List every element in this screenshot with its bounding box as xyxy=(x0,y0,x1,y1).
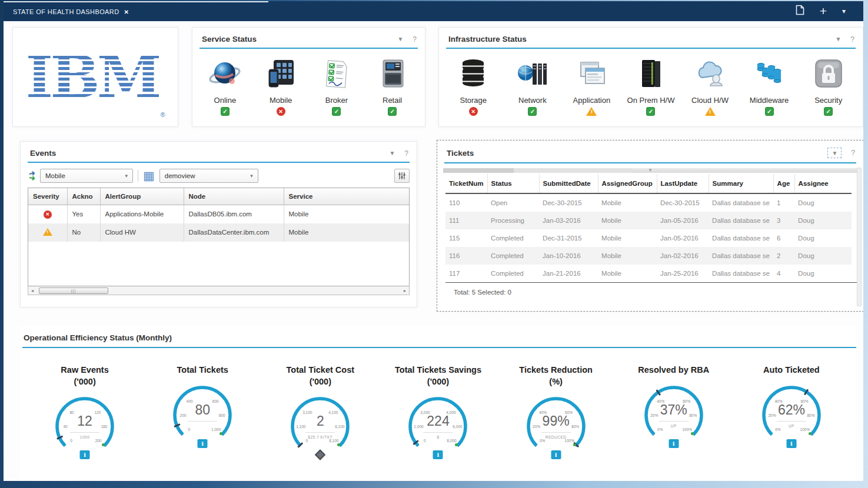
table-row[interactable]: 110OpenDec-30-2015MobileDec-30-2015Dalla… xyxy=(445,193,852,212)
gauge-tickets-reduction[interactable]: Tickets Reduction(%) 0%20%40%60%80%100% … xyxy=(506,365,606,457)
severity-warning-icon xyxy=(43,228,52,236)
column-header[interactable]: Service xyxy=(284,188,409,205)
help-icon[interactable]: ? xyxy=(413,35,417,44)
gauge-raw-events[interactable]: Raw Events('000) 04080120160200 12 1000 xyxy=(35,365,135,457)
event-filter-select[interactable]: Mobile ▾ xyxy=(40,169,133,183)
table-row[interactable]: No Cloud HW DallasDataCenter.ibm.com Mob… xyxy=(28,223,409,242)
tab-close-icon[interactable]: ✕ xyxy=(124,9,129,15)
cloud-icon xyxy=(694,55,727,93)
cell-group: Mobile xyxy=(598,265,657,282)
infra-item-storage[interactable]: Storage xyxy=(445,55,501,116)
infra-item-security[interactable]: Security xyxy=(800,55,857,116)
column-header[interactable]: Age xyxy=(773,174,794,193)
infra-item-application[interactable]: Application xyxy=(563,55,620,116)
tickets-header-row: TicketNum Status SubmittedDate AssignedG… xyxy=(445,174,852,193)
vertical-scrollbar[interactable] xyxy=(857,168,862,306)
table-row[interactable]: 116CompletedJan-10-2016MobileJan-02-2016… xyxy=(445,247,852,265)
add-tab-button[interactable]: + xyxy=(820,4,827,18)
infra-item-onprem[interactable]: On Prem H/W xyxy=(623,55,679,116)
cell-age: 3 xyxy=(773,212,794,229)
scroll-right-icon[interactable]: ▸ xyxy=(401,288,409,293)
service-label: Retail xyxy=(383,96,402,105)
help-icon[interactable]: ? xyxy=(850,35,854,44)
cell-status: Completed xyxy=(487,265,539,282)
chevron-down-icon: ▾ xyxy=(250,173,253,179)
panel-menu-caret-icon[interactable]: ▼ xyxy=(397,36,403,42)
gauge-tickets-savings[interactable]: Total Tickets Savings('000) 01,0003,0004… xyxy=(388,365,488,457)
infra-item-middleware[interactable]: Middleware xyxy=(741,55,797,116)
table-row[interactable]: 117CompletedJan-21-2016MobileJan-25-2016… xyxy=(445,265,852,282)
infra-label: Cloud H/W xyxy=(691,96,729,105)
gauge-end-dot xyxy=(809,432,812,435)
help-icon[interactable]: ? xyxy=(404,149,408,158)
column-header[interactable]: AlertGroup xyxy=(100,188,184,205)
cell-submitted: Jan-03-2016 xyxy=(539,212,598,229)
column-header[interactable]: Ackno xyxy=(67,188,100,205)
cell-alertgroup: Cloud HW xyxy=(100,223,184,242)
cell-status: Open xyxy=(487,193,539,212)
column-header[interactable]: TicketNum xyxy=(445,174,487,193)
panel-menu-caret-icon[interactable]: ▼ xyxy=(389,150,395,156)
gauge-title: Auto Ticketed xyxy=(763,365,820,375)
gauge-title: Tickets Reduction xyxy=(519,365,593,375)
tab-menu-caret-icon[interactable]: ▾ xyxy=(842,7,846,15)
cell-summary: Dallas database se xyxy=(709,247,773,265)
info-icon[interactable] xyxy=(786,439,796,448)
service-item-broker[interactable]: Broker xyxy=(309,55,365,116)
tab-state-of-health[interactable]: STATE OF HEALTH DASHBOARD ✕ xyxy=(4,1,268,21)
status-badge xyxy=(221,107,230,116)
column-header[interactable]: AssignedGroup xyxy=(598,174,657,193)
event-view-select[interactable]: demoview ▾ xyxy=(159,169,258,183)
info-icon[interactable] xyxy=(433,450,443,459)
service-label: Mobile xyxy=(270,96,292,105)
info-icon[interactable] xyxy=(551,450,561,459)
gauge-resolved-rba[interactable]: Resolved by RBA 0%20%40%60%80%100% 37% U… xyxy=(624,365,724,457)
grid-view-icon[interactable]: ▦ xyxy=(143,170,155,182)
info-icon[interactable] xyxy=(198,439,208,448)
panel-title: Tickets xyxy=(447,149,474,158)
panel-menu-focus[interactable]: ▼ xyxy=(827,148,842,158)
gauge-ticket-cost[interactable]: Total Ticket Cost('000) 01,1003,1004,100… xyxy=(270,365,370,457)
cell-ticketnum: 115 xyxy=(445,229,487,247)
table-row[interactable]: 115CompletedDec-31-2015MobileJan-05-2016… xyxy=(445,229,852,247)
service-item-mobile[interactable]: Mobile xyxy=(253,55,309,116)
lock-icon xyxy=(812,55,845,93)
column-header[interactable]: Assignee xyxy=(794,174,852,193)
gauge-total-tickets[interactable]: Total Tickets 02004006008001,000 80 xyxy=(152,365,252,457)
gauge-title: Resolved by RBA xyxy=(638,365,709,375)
table-row[interactable]: Yes Applications-Mobile DallasDB05.ibm.c… xyxy=(28,205,409,223)
horizontal-scrollbar[interactable]: ◂ ||| ▸ xyxy=(28,286,410,295)
cell-age: 4 xyxy=(773,265,794,282)
help-icon[interactable]: ? xyxy=(851,149,855,157)
column-header[interactable]: Severity xyxy=(28,188,67,205)
column-header[interactable]: Node xyxy=(184,188,284,205)
info-icon[interactable] xyxy=(80,450,90,459)
column-header[interactable]: Status xyxy=(487,174,539,193)
events-header-row: Severity Ackno AlertGroup Node Service xyxy=(28,188,409,205)
status-badge xyxy=(277,107,285,116)
tickets-table: TicketNum Status SubmittedDate AssignedG… xyxy=(445,174,852,282)
service-item-online[interactable]: Online xyxy=(197,55,253,116)
column-header[interactable]: LastUpdate xyxy=(657,174,709,193)
mobile-devices-icon xyxy=(264,55,297,93)
new-page-icon[interactable] xyxy=(796,5,804,18)
column-header[interactable]: SubmittedDate xyxy=(539,174,598,193)
info-icon[interactable] xyxy=(669,439,679,448)
service-item-retail[interactable]: Retail xyxy=(364,55,420,116)
infra-item-network[interactable]: Network xyxy=(504,55,561,116)
filter-settings-button[interactable] xyxy=(394,169,410,183)
tickets-top-scrollbar[interactable]: ▾ xyxy=(443,168,857,173)
switch-view-icon[interactable]: ➜ ➜ xyxy=(29,171,35,181)
service-label: Online xyxy=(214,96,237,105)
scroll-left-icon[interactable]: ◂ xyxy=(28,288,36,293)
scrollbar-thumb[interactable]: ||| xyxy=(39,288,108,294)
tickets-panel: Tickets ▼ ? ▾ TicketNum Status Submitted… xyxy=(437,140,863,312)
gauge-auto-ticketed[interactable]: Auto Ticketed 0%20%40%60%80%100% 62% UP xyxy=(741,365,842,457)
infra-item-cloudhw[interactable]: Cloud H/W xyxy=(682,55,739,116)
column-header[interactable]: Summary xyxy=(709,174,773,193)
table-row[interactable]: 111ProcessingJan-03-2016MobileJan-05-201… xyxy=(445,212,852,229)
cell-lastupdate: Jan-25-2016 xyxy=(657,265,709,282)
cell-assignee: Doug xyxy=(794,212,852,229)
status-badge xyxy=(586,107,597,116)
panel-menu-caret-icon[interactable]: ▼ xyxy=(835,36,841,42)
